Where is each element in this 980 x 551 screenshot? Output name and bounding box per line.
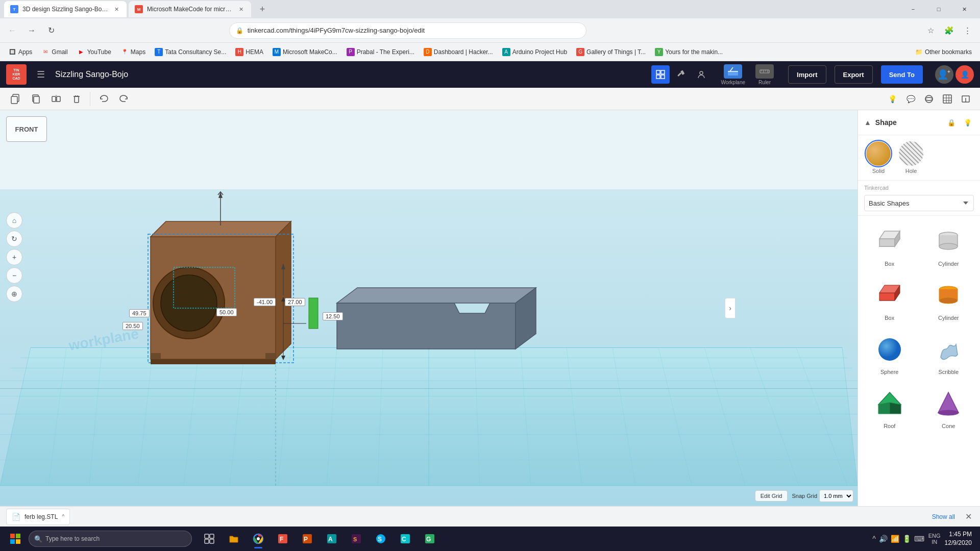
viewport[interactable]: workplane <box>0 110 857 506</box>
slack-taskbar[interactable]: S <box>345 528 368 550</box>
shape-item-wire-box[interactable]: Box <box>862 222 917 270</box>
bookmark-arduino[interactable]: A Arduino Project Hub <box>498 45 571 59</box>
import-button[interactable]: Import <box>788 65 826 84</box>
bookmark-maps[interactable]: 📍 Maps <box>116 45 150 59</box>
forward-button[interactable]: → <box>23 22 40 39</box>
light-bulb-icon[interactable]: 💡 <box>884 91 900 107</box>
undo-button[interactable] <box>94 90 113 108</box>
orbit-view-button[interactable]: ↻ <box>6 231 22 247</box>
user-avatar[interactable]: 👤 <box>955 65 974 84</box>
canva-taskbar[interactable]: C <box>394 528 416 550</box>
tray-expand-icon[interactable]: ^ <box>872 535 876 543</box>
orbit-icon[interactable] <box>921 91 937 107</box>
green-app-taskbar[interactable]: G <box>419 528 441 550</box>
chrome-taskbar[interactable] <box>247 528 270 550</box>
solid-option[interactable]: Solid <box>866 141 891 174</box>
home-view-button[interactable]: ⌂ <box>6 212 22 229</box>
hole-circle[interactable] <box>899 141 923 166</box>
bookmark-yours[interactable]: Y Yours for the makin... <box>651 45 727 59</box>
grid-icon[interactable] <box>939 91 955 107</box>
bookmark-gallery[interactable]: G Gallery of Things | T... <box>572 45 650 59</box>
shape-item-wire-cylinder[interactable]: Cylinder <box>921 222 976 270</box>
tinkercad-logo[interactable]: TINKERCAD <box>6 64 27 85</box>
export-button[interactable]: Export <box>835 65 873 84</box>
show-all-button[interactable]: Show all <box>928 511 959 522</box>
shape-item-roof[interactable]: Roof <box>862 384 917 432</box>
zoom-out-button[interactable]: − <box>6 267 22 284</box>
shape-item-solid-box[interactable]: Box <box>862 276 917 324</box>
snap-grid-dropdown[interactable]: 1.0 mm 0.5 mm 2.0 mm <box>819 490 853 502</box>
ruler-button[interactable]: Ruler <box>755 64 774 85</box>
shape-item-sphere[interactable]: Sphere <box>862 330 917 378</box>
bookmark-gmail[interactable]: ✉ Gmail <box>37 45 71 59</box>
sendto-button[interactable]: Send To <box>881 65 923 84</box>
url-bar[interactable]: 🔒 tinkercad.com/things/4iPFyG9m7cw-sizzl… <box>229 22 586 39</box>
fit-view-button[interactable]: ⊕ <box>6 286 22 302</box>
other-bookmarks[interactable]: 📁 Other bookmarks <box>911 45 976 59</box>
file-explorer-taskbar[interactable] <box>223 528 245 550</box>
shape-lock-icon[interactable]: 🔒 <box>945 116 958 129</box>
solid-circle[interactable] <box>866 141 891 166</box>
taskbar-clock[interactable]: 1:45 PM 12/9/2020 <box>945 530 972 547</box>
settings-button[interactable]: ⋮ <box>960 22 976 39</box>
chat-icon[interactable]: 💬 <box>902 91 919 107</box>
redo-button[interactable] <box>115 90 133 108</box>
tab-tinkercad[interactable]: T 3D design Sizzling Sango-Bojo | ✕ <box>4 1 127 17</box>
minimize-button[interactable]: − <box>901 1 925 17</box>
bookmark-makecode[interactable]: M Microsoft MakeCo... <box>268 45 341 59</box>
keyboard-icon[interactable]: ⌨ <box>914 535 924 543</box>
tab-close-tinkercad[interactable]: ✕ <box>112 5 120 13</box>
cube-front-face[interactable]: FRONT <box>6 116 47 142</box>
shape-item-scribble[interactable]: Scribble <box>921 330 976 378</box>
bookmark-hema[interactable]: H HEMA <box>231 45 267 59</box>
powerpoint-taskbar[interactable]: P <box>296 528 318 550</box>
skype-taskbar[interactable]: S <box>370 528 392 550</box>
maximize-button[interactable]: □ <box>927 1 950 17</box>
edit-grid-button[interactable]: Edit Grid <box>755 490 788 502</box>
new-tab-button[interactable]: + <box>255 2 270 16</box>
taskbar-search[interactable]: 🔍 Type here to search <box>29 531 192 547</box>
hammer-icon-button[interactable] <box>672 65 690 84</box>
grid-view-button[interactable] <box>651 65 670 84</box>
shape-light-icon[interactable]: 💡 <box>962 116 974 129</box>
bookmark-tcs[interactable]: T Tata Consultancy Se... <box>151 45 230 59</box>
view-cube[interactable]: FRONT <box>6 116 47 142</box>
back-button[interactable]: ← <box>4 22 20 39</box>
delete-button[interactable] <box>67 90 86 108</box>
volume-icon[interactable]: 🔊 <box>879 535 888 543</box>
bookmark-apps[interactable]: 🔲 Apps <box>4 45 36 59</box>
shape-expand-icon[interactable]: ▲ <box>864 118 871 127</box>
bookmark-star-button[interactable]: ☆ <box>923 22 939 39</box>
mirror-button[interactable] <box>47 90 65 108</box>
person-icon-button[interactable] <box>692 65 710 84</box>
extensions-button[interactable]: 🧩 <box>941 22 958 39</box>
start-button[interactable] <box>4 528 27 550</box>
shape-category-dropdown[interactable]: Basic Shapes <box>864 195 974 211</box>
tab-close-makecode[interactable]: ✕ <box>237 5 245 13</box>
shape-item-cone[interactable]: Cone <box>921 384 976 432</box>
bookmark-dashboard[interactable]: D Dashboard | Hacker... <box>420 45 497 59</box>
zoom-in-button[interactable]: + <box>6 249 22 265</box>
add-user-button[interactable]: 👤+ <box>935 65 953 84</box>
close-download-bar-button[interactable]: ✕ <box>963 510 974 523</box>
close-button[interactable]: ✕ <box>952 1 976 17</box>
duplicate-button[interactable] <box>27 90 45 108</box>
project-title[interactable]: Sizzling Sango-Bojo <box>55 70 128 79</box>
download-file-item[interactable]: 📄 ferb leg.STL ^ <box>6 509 70 525</box>
language-indicator[interactable]: ENGIN <box>928 533 941 545</box>
taskview-button[interactable] <box>198 528 220 550</box>
bookmark-prabal[interactable]: P Prabal - The Experi... <box>342 45 419 59</box>
battery-icon[interactable]: 🔋 <box>902 535 911 543</box>
panel-collapse-button[interactable]: › <box>725 298 735 318</box>
refresh-button[interactable]: ↻ <box>43 22 59 39</box>
network-icon[interactable]: 📶 <box>891 535 899 543</box>
bookmark-youtube[interactable]: ▶ YouTube <box>73 45 115 59</box>
tab-makecode[interactable]: M Microsoft MakeCode for micro:b... ✕ <box>129 1 251 17</box>
shape-item-solid-cylinder[interactable]: Cylinder <box>921 276 976 324</box>
foxit-taskbar[interactable]: F <box>272 528 294 550</box>
hole-option[interactable]: Hole <box>899 141 923 174</box>
measure-icon[interactable] <box>958 91 974 107</box>
workplane-button[interactable]: Workplane <box>721 64 745 85</box>
hamburger-menu[interactable]: ☰ <box>37 69 45 80</box>
arduino-taskbar[interactable]: A <box>321 528 343 550</box>
